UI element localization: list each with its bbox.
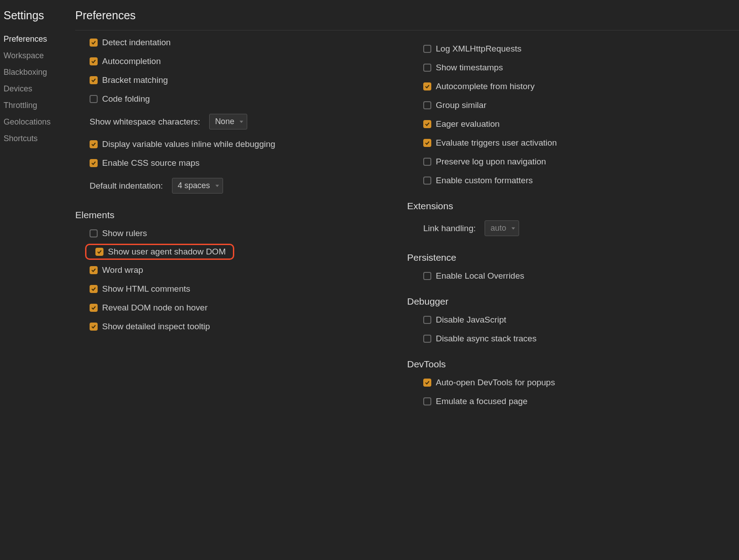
pref-disable-async-stack[interactable]: Disable async stack traces <box>423 329 732 348</box>
pref-label: Disable JavaScript <box>436 315 506 325</box>
pref-label: Eager evaluation <box>436 119 500 129</box>
pref-label: Autocomplete from history <box>436 82 535 91</box>
checkbox-unchecked-icon[interactable] <box>423 64 431 72</box>
pref-label: Enable CSS source maps <box>102 158 200 168</box>
default-indentation-select[interactable]: 4 spaces <box>172 178 223 194</box>
checkbox-checked-icon[interactable] <box>423 120 431 128</box>
chevron-down-icon <box>215 185 219 187</box>
pref-label: Show HTML comments <box>102 284 190 294</box>
pref-autocomplete-history[interactable]: Autocomplete from history <box>423 77 732 96</box>
pref-label: Bracket matching <box>102 75 168 85</box>
preferences-content: Detect indentation Autocompletion Bracke… <box>75 30 739 411</box>
checkbox-unchecked-icon[interactable] <box>90 95 98 103</box>
settings-title: Settings <box>4 9 72 31</box>
pref-disable-javascript[interactable]: Disable JavaScript <box>423 310 732 329</box>
pref-label: Show timestamps <box>436 63 503 73</box>
checkbox-checked-icon[interactable] <box>90 76 98 84</box>
pref-label: Display variable values inline while deb… <box>102 139 275 149</box>
pref-log-xhr[interactable]: Log XMLHttpRequests <box>423 39 732 58</box>
pref-show-rulers[interactable]: Show rulers <box>90 224 398 243</box>
pref-show-whitespace: Show whitespace characters: None <box>90 108 398 135</box>
checkbox-checked-icon[interactable] <box>423 139 431 147</box>
checkbox-checked-icon[interactable] <box>90 304 98 312</box>
checkbox-unchecked-icon[interactable] <box>423 335 431 343</box>
checkbox-checked-icon[interactable] <box>90 285 98 293</box>
checkbox-unchecked-icon[interactable] <box>423 316 431 324</box>
pref-label: Auto-open DevTools for popups <box>436 378 555 388</box>
checkbox-checked-icon[interactable] <box>90 266 98 274</box>
checkbox-checked-icon[interactable] <box>423 379 431 387</box>
pref-group-similar[interactable]: Group similar <box>423 96 732 115</box>
select-label: Link handling: <box>423 224 476 233</box>
pref-label: Enable custom formatters <box>436 176 533 185</box>
chevron-down-icon <box>511 227 515 229</box>
sidebar-item-geolocations[interactable]: Geolocations <box>4 114 72 130</box>
pref-code-folding[interactable]: Code folding <box>90 90 398 108</box>
pref-preserve-log[interactable]: Preserve log upon navigation <box>423 152 732 171</box>
checkbox-unchecked-icon[interactable] <box>423 101 431 109</box>
checkbox-checked-icon[interactable] <box>90 39 98 47</box>
pref-label: Word wrap <box>102 265 143 275</box>
section-heading-extensions: Extensions <box>407 190 732 215</box>
checkbox-checked-icon[interactable] <box>95 248 103 256</box>
pref-display-variable-inline[interactable]: Display variable values inline while deb… <box>90 135 398 154</box>
select-label: Show whitespace characters: <box>90 117 200 127</box>
pref-word-wrap[interactable]: Word wrap <box>90 261 398 280</box>
section-heading-persistence: Persistence <box>407 241 732 267</box>
pref-enable-local-overrides[interactable]: Enable Local Overrides <box>423 267 732 285</box>
checkbox-unchecked-icon[interactable] <box>90 229 98 237</box>
pref-emulate-focused-page[interactable]: Emulate a focused page <box>423 392 732 411</box>
select-value: auto <box>490 224 506 233</box>
checkbox-unchecked-icon[interactable] <box>423 397 431 405</box>
checkbox-checked-icon[interactable] <box>90 323 98 331</box>
pref-label: Emulate a focused page <box>436 396 528 406</box>
page-title: Preferences <box>75 9 739 30</box>
section-heading-debugger: Debugger <box>407 285 732 310</box>
checkbox-checked-icon[interactable] <box>90 140 98 148</box>
pref-autocompletion[interactable]: Autocompletion <box>90 52 398 71</box>
section-heading-elements: Elements <box>75 199 398 224</box>
checkbox-checked-icon[interactable] <box>423 82 431 90</box>
select-value: None <box>215 117 234 126</box>
pref-eager-evaluation[interactable]: Eager evaluation <box>423 115 732 134</box>
sidebar-item-preferences[interactable]: Preferences <box>4 31 72 47</box>
chevron-down-icon <box>240 121 243 123</box>
pref-label: Show user agent shadow DOM <box>108 247 226 257</box>
preferences-right-column: Log XMLHttpRequests Show timestamps Auto… <box>407 33 739 411</box>
pref-default-indentation: Default indentation: 4 spaces <box>90 172 398 199</box>
sidebar-item-workspace[interactable]: Workspace <box>4 47 72 64</box>
checkbox-checked-icon[interactable] <box>90 159 98 167</box>
pref-label: Preserve log upon navigation <box>436 157 546 167</box>
preferences-left-column: Detect indentation Autocompletion Bracke… <box>75 33 407 411</box>
pref-auto-open-devtools[interactable]: Auto-open DevTools for popups <box>423 373 732 392</box>
link-handling-select[interactable]: auto <box>485 220 519 236</box>
pref-detect-indentation[interactable]: Detect indentation <box>90 33 398 52</box>
checkbox-unchecked-icon[interactable] <box>423 177 431 185</box>
pref-label: Group similar <box>436 100 486 110</box>
checkbox-unchecked-icon[interactable] <box>423 158 431 166</box>
pref-enable-css-source-maps[interactable]: Enable CSS source maps <box>90 154 398 172</box>
pref-custom-formatters[interactable]: Enable custom formatters <box>423 171 732 190</box>
checkbox-unchecked-icon[interactable] <box>423 272 431 280</box>
sidebar-item-throttling[interactable]: Throttling <box>4 97 72 114</box>
checkbox-unchecked-icon[interactable] <box>423 45 431 53</box>
sidebar-item-devices[interactable]: Devices <box>4 81 72 97</box>
sidebar-item-shortcuts[interactable]: Shortcuts <box>4 130 72 147</box>
highlighted-pref-shadow-dom: Show user agent shadow DOM <box>85 244 234 260</box>
pref-show-html-comments[interactable]: Show HTML comments <box>90 280 398 298</box>
pref-bracket-matching[interactable]: Bracket matching <box>90 71 398 90</box>
sidebar-item-blackboxing[interactable]: Blackboxing <box>4 64 72 81</box>
pref-label: Detect indentation <box>102 38 171 47</box>
pref-label: Disable async stack traces <box>436 334 537 344</box>
pref-label: Show rulers <box>102 228 147 238</box>
checkbox-checked-icon[interactable] <box>90 57 98 65</box>
pref-label: Autocompletion <box>102 56 161 66</box>
pref-link-handling: Link handling: auto <box>423 215 732 241</box>
pref-show-timestamps[interactable]: Show timestamps <box>423 58 732 77</box>
pref-reveal-dom-on-hover[interactable]: Reveal DOM node on hover <box>90 298 398 317</box>
main-panel: Preferences Detect indentation Autocompl… <box>75 0 739 560</box>
section-heading-devtools: DevTools <box>407 348 732 373</box>
show-whitespace-select[interactable]: None <box>209 114 247 129</box>
pref-evaluate-triggers-activation[interactable]: Evaluate triggers user activation <box>423 134 732 152</box>
pref-detailed-inspect-tooltip[interactable]: Show detailed inspect tooltip <box>90 317 398 336</box>
